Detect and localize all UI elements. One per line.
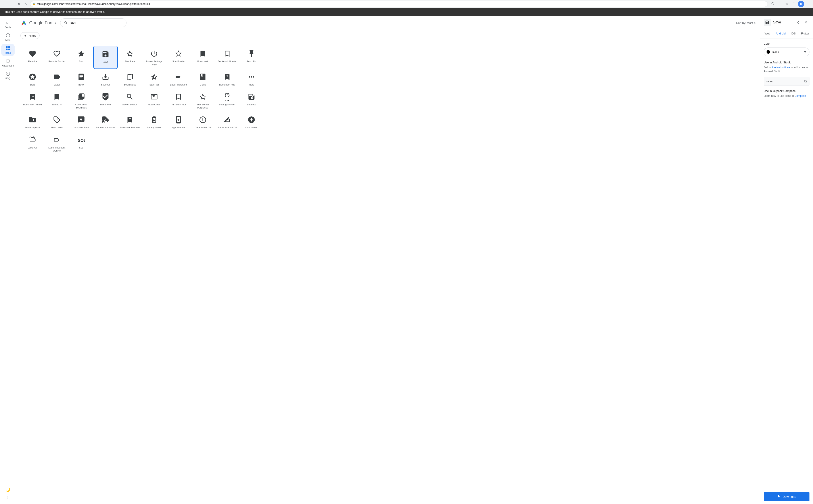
share-button[interactable]: ⤴ bbox=[777, 1, 783, 7]
icon-item-label[interactable]: Label bbox=[45, 69, 69, 89]
sidebar-item-noto[interactable]: Noto bbox=[1, 31, 15, 43]
icon-item-bookmark-added[interactable]: Bookmark Added bbox=[20, 89, 45, 112]
search-bar[interactable] bbox=[60, 18, 126, 27]
settings-power-icon bbox=[223, 92, 232, 101]
icon-item-beenhere[interactable]: Beenhere bbox=[93, 89, 118, 112]
jetpack-link[interactable]: Compose bbox=[794, 94, 806, 97]
tab-ios[interactable]: iOS bbox=[788, 29, 798, 38]
icon-item-bookmark-border[interactable]: Bookmark Border bbox=[215, 46, 239, 69]
icon-item-turned-in-not[interactable]: Turned In Not bbox=[166, 89, 190, 112]
download-label: Download bbox=[783, 495, 796, 498]
back-button[interactable]: ← bbox=[2, 1, 7, 7]
label-important-icon bbox=[174, 72, 183, 81]
color-label: Black bbox=[772, 50, 802, 54]
icon-item-settings-power[interactable]: Settings Power bbox=[215, 89, 239, 112]
sidebar-item-icons[interactable]: Icons bbox=[1, 44, 15, 56]
icon-item-save-alt[interactable]: Save Alt bbox=[93, 69, 118, 89]
icon-label: Save bbox=[103, 60, 108, 63]
help-button[interactable]: ! bbox=[1, 494, 15, 501]
svg-rect-5 bbox=[8, 49, 10, 50]
color-selector[interactable]: Black ▼ bbox=[764, 48, 809, 56]
icon-item-favorite[interactable]: Favorite bbox=[20, 46, 45, 69]
icon-item-battery-saver[interactable]: Battery Saver bbox=[142, 112, 166, 132]
icon-item-hotel-class[interactable]: Hotel Class bbox=[142, 89, 166, 112]
icon-item-collections-bookmark[interactable]: Collections Bookmark bbox=[69, 89, 93, 112]
faq-icon: ? bbox=[6, 71, 10, 76]
icon-item-more[interactable]: More bbox=[239, 69, 264, 89]
icon-item-send-archive[interactable]: Send And Archive bbox=[93, 112, 118, 132]
icon-label: Book bbox=[78, 83, 84, 86]
tab-web[interactable]: Web bbox=[762, 29, 773, 38]
icon-item-data-saver-off[interactable]: Data Saver Off bbox=[190, 112, 215, 132]
reload-button[interactable]: ↻ bbox=[16, 1, 21, 7]
sidebar-item-knowledge[interactable]: Knowledge bbox=[1, 57, 15, 69]
icon-label: Data Saver Off bbox=[195, 126, 211, 129]
icon-item-push-pin[interactable]: Push Pin bbox=[239, 46, 264, 69]
tab-flutter[interactable]: Flutter bbox=[798, 29, 812, 38]
right-panel: Save Web Android bbox=[760, 16, 813, 504]
label-icon bbox=[52, 72, 61, 81]
google-icon-btn[interactable]: G bbox=[770, 1, 776, 7]
profile-avatar[interactable]: G bbox=[798, 1, 804, 7]
menu-button[interactable]: ⋮ bbox=[805, 1, 811, 7]
close-icon bbox=[804, 21, 808, 24]
more-icon bbox=[247, 72, 256, 81]
home-button[interactable]: ⌂ bbox=[23, 1, 28, 7]
star-border-icon bbox=[174, 49, 183, 58]
icon-item-bookmark-add[interactable]: Bookmark Add bbox=[215, 69, 239, 89]
sidebar-item-label: Icons bbox=[5, 51, 11, 54]
icon-item-turned-in[interactable]: Turned In bbox=[45, 89, 69, 112]
icon-label: Settings Power bbox=[219, 103, 235, 106]
icon-item-stars[interactable]: Stars bbox=[20, 69, 45, 89]
icon-item-bookmark[interactable]: Bookmark bbox=[190, 46, 215, 69]
icon-item-book[interactable]: Book bbox=[69, 69, 93, 89]
extensions-button[interactable]: ⬡ bbox=[791, 1, 797, 7]
icon-item-label-off[interactable]: Label Off bbox=[20, 132, 45, 155]
icon-item-new-label[interactable]: New Label bbox=[45, 112, 69, 132]
filters-button[interactable]: Filters bbox=[20, 32, 40, 39]
search-input[interactable] bbox=[70, 21, 123, 25]
forward-button[interactable]: → bbox=[9, 1, 14, 7]
icon-item-save-as[interactable]: Save As bbox=[239, 89, 264, 112]
icon-item-folder-special[interactable]: Folder Special bbox=[20, 112, 45, 132]
sidebar-item-faq[interactable]: ? FAQ bbox=[1, 70, 15, 82]
icon-label: Send And Archive bbox=[96, 126, 115, 129]
icon-item-bookmark-remove[interactable]: Bookmark Remove bbox=[118, 112, 142, 132]
icon-item-data-saver[interactable]: Data Saver bbox=[239, 112, 264, 132]
download-button[interactable]: Download bbox=[764, 492, 809, 501]
share-panel-button[interactable] bbox=[794, 19, 802, 26]
icon-item-label-important-outline[interactable]: Label Important Outline bbox=[45, 132, 69, 155]
icon-item-comment-bank[interactable]: Comment Bank bbox=[69, 112, 93, 132]
collections-bookmark-icon bbox=[77, 92, 86, 101]
icon-item-star-border-purple[interactable]: Star Border Purple500 bbox=[190, 89, 215, 112]
icon-item-star-half[interactable]: Star Half bbox=[142, 69, 166, 89]
new-label-icon bbox=[52, 115, 61, 124]
close-panel-button[interactable] bbox=[802, 19, 809, 26]
icon-item-saved-search[interactable]: Saved Search bbox=[118, 89, 142, 112]
android-studio-text: Follow the instructions to add icons in … bbox=[764, 65, 809, 73]
icon-item-label-important[interactable]: Label Important bbox=[166, 69, 190, 89]
tab-android[interactable]: Android bbox=[773, 29, 788, 38]
cookie-banner: This site uses cookies from Google to de… bbox=[0, 8, 813, 16]
icon-item-class[interactable]: Class bbox=[190, 69, 215, 89]
icon-item-save[interactable]: Save bbox=[93, 46, 118, 69]
android-studio-link[interactable]: the instructions bbox=[772, 66, 790, 69]
filters-bar: Filters bbox=[16, 30, 760, 41]
star-half-icon bbox=[150, 72, 158, 81]
icon-item-sos[interactable]: SOS Sos bbox=[69, 132, 93, 155]
icon-item-file-download-off[interactable]: File Download Off bbox=[215, 112, 239, 132]
icon-item-star[interactable]: Star bbox=[69, 46, 93, 69]
icon-label: Sos bbox=[79, 146, 83, 149]
bookmark-browser-button[interactable]: ☆ bbox=[784, 1, 790, 7]
dark-mode-toggle[interactable]: 🌙 bbox=[1, 485, 15, 494]
icon-item-app-shortcut[interactable]: App Shortcut bbox=[166, 112, 190, 132]
android-studio-title: Use in Android Studio bbox=[764, 61, 809, 64]
copy-code-button[interactable]: ⧉ bbox=[804, 79, 807, 84]
icon-item-star-border[interactable]: Star Border bbox=[166, 46, 190, 69]
icon-item-favorite-border[interactable]: Favorite Border bbox=[45, 46, 69, 69]
address-bar[interactable]: 🔒 fonts.google.com/icons?selected=Materi… bbox=[30, 1, 768, 7]
sidebar-item-fonts[interactable]: A Fonts bbox=[1, 18, 15, 30]
icon-item-star-rate[interactable]: Star Rate bbox=[118, 46, 142, 69]
icon-item-bookmarks[interactable]: Bookmarks bbox=[118, 69, 142, 89]
icon-item-power-settings[interactable]: Power Settings New bbox=[142, 46, 166, 69]
